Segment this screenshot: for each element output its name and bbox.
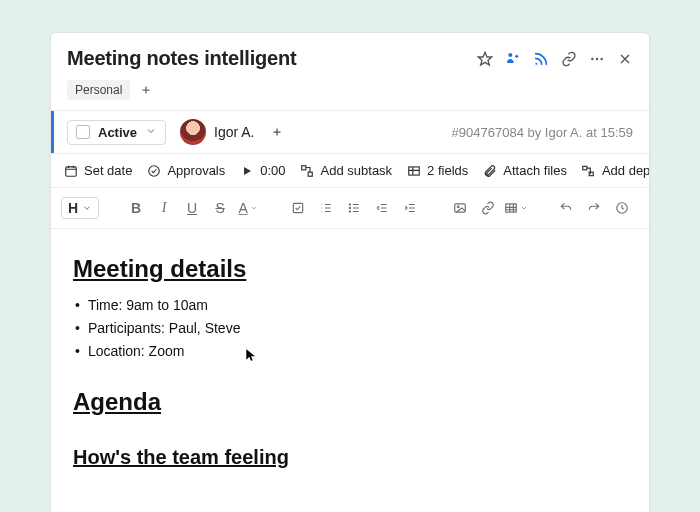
table-button[interactable] [503, 195, 529, 221]
svg-point-19 [458, 206, 460, 208]
svg-point-15 [349, 204, 350, 205]
svg-rect-9 [308, 172, 312, 176]
heading-label: H [68, 200, 78, 216]
calendar-icon [63, 163, 78, 178]
add-tag-button[interactable] [138, 82, 154, 98]
link-button[interactable] [475, 195, 501, 221]
svg-point-17 [349, 211, 350, 212]
dependency-label: Add dependency [602, 163, 649, 178]
svg-point-7 [149, 165, 160, 176]
add-subtask-label: Add subtask [321, 163, 393, 178]
underline-button[interactable]: U [179, 195, 205, 221]
more-icon[interactable] [589, 51, 605, 67]
checklist-button[interactable] [285, 195, 311, 221]
svg-rect-11 [583, 166, 587, 170]
dependency-icon [581, 163, 596, 178]
heading-dropdown[interactable]: H [61, 197, 99, 219]
add-dependency-button[interactable]: Add dependency [581, 163, 649, 178]
ordered-list-button[interactable] [313, 195, 339, 221]
chevron-down-icon [145, 125, 157, 140]
status-dropdown[interactable]: Active [67, 120, 166, 145]
svg-rect-14 [293, 203, 302, 212]
list-item: Participants: Paul, Steve [75, 318, 627, 339]
approvals-label: Approvals [167, 163, 225, 178]
bold-button[interactable]: B [123, 195, 149, 221]
link-icon[interactable] [561, 51, 577, 67]
tag-chip[interactable]: Personal [67, 80, 130, 100]
rss-icon[interactable] [533, 51, 549, 67]
assignee[interactable]: Igor A. [180, 119, 284, 145]
list-item: Location: Zoom [75, 341, 627, 362]
task-toolbar: Set date Approvals 0:00 Add subtask [51, 154, 649, 188]
status-row: Active Igor A. #904767084 by Igor A. at … [51, 110, 649, 154]
avatar [180, 119, 206, 145]
header-action-row [477, 51, 633, 67]
card-header: Meeting notes intelligent [51, 33, 649, 74]
task-title[interactable]: Meeting notes intelligent [67, 47, 296, 70]
add-subtask-button[interactable]: Add subtask [300, 163, 393, 178]
text-color-button[interactable]: A [235, 195, 261, 221]
svg-point-5 [600, 57, 602, 59]
approvals-button[interactable]: Approvals [146, 163, 225, 178]
strikethrough-button[interactable]: S [207, 195, 233, 221]
star-icon[interactable] [477, 51, 493, 67]
editor-toolbar: H B I U S A [51, 188, 649, 229]
task-meta: #904767084 by Igor A. at 15:59 [452, 125, 633, 140]
set-date-button[interactable]: Set date [63, 163, 132, 178]
indent-button[interactable] [397, 195, 423, 221]
paperclip-icon [482, 163, 497, 178]
add-assignee-button[interactable] [269, 124, 285, 140]
status-checkbox-icon [76, 125, 90, 139]
image-button[interactable] [447, 195, 473, 221]
doc-heading-agenda: Agenda [73, 384, 627, 420]
svg-rect-6 [65, 166, 76, 175]
status-label: Active [98, 125, 137, 140]
undo-button[interactable] [553, 195, 579, 221]
close-icon[interactable] [617, 51, 633, 67]
svg-point-3 [591, 57, 593, 59]
svg-point-16 [349, 207, 350, 208]
assignee-name: Igor A. [214, 124, 254, 140]
bullet-list-button[interactable] [341, 195, 367, 221]
subtask-icon [300, 163, 315, 178]
timer-button[interactable]: 0:00 [239, 163, 285, 178]
history-button[interactable] [609, 195, 635, 221]
fields-icon [406, 163, 421, 178]
fields-label: 2 fields [427, 163, 468, 178]
play-icon [239, 163, 254, 178]
redo-button[interactable] [581, 195, 607, 221]
svg-marker-0 [478, 52, 491, 65]
svg-point-2 [535, 62, 537, 64]
timer-label: 0:00 [260, 163, 285, 178]
svg-point-1 [508, 53, 512, 57]
attach-label: Attach files [503, 163, 567, 178]
details-list: Time: 9am to 10am Participants: Paul, St… [75, 295, 627, 362]
doc-heading-team: How's the team feeling [73, 442, 627, 472]
svg-point-4 [596, 57, 598, 59]
list-item: Time: 9am to 10am [75, 295, 627, 316]
set-date-label: Set date [84, 163, 132, 178]
follow-icon[interactable] [505, 51, 521, 67]
tags-row: Personal [51, 74, 649, 110]
task-card: Meeting notes intelligent [50, 32, 650, 512]
italic-button[interactable]: I [151, 195, 177, 221]
outdent-button[interactable] [369, 195, 395, 221]
doc-heading-details: Meeting details [73, 251, 627, 287]
svg-rect-18 [455, 204, 466, 212]
fields-button[interactable]: 2 fields [406, 163, 468, 178]
attach-files-button[interactable]: Attach files [482, 163, 567, 178]
check-circle-icon [146, 163, 161, 178]
svg-rect-8 [302, 165, 306, 169]
document-body[interactable]: Meeting details Time: 9am to 10am Partic… [51, 229, 649, 512]
